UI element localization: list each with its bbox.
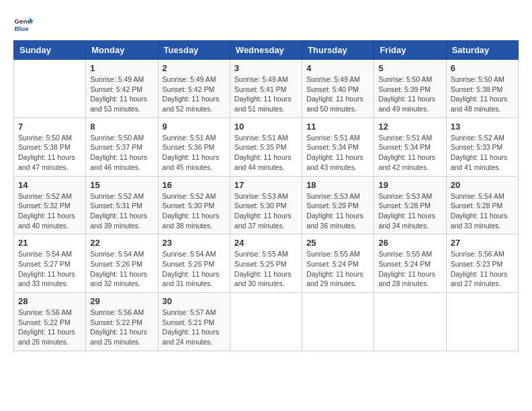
calendar-cell: 4Sunrise: 5:49 AM Sunset: 5:40 PM Daylig…	[302, 60, 374, 118]
day-number: 23	[163, 238, 226, 248]
calendar-cell: 12Sunrise: 5:51 AM Sunset: 5:34 PM Dayli…	[374, 118, 446, 176]
day-info: Sunrise: 5:51 AM Sunset: 5:34 PM Dayligh…	[378, 133, 441, 173]
calendar-cell: 21Sunrise: 5:54 AM Sunset: 5:27 PM Dayli…	[14, 234, 86, 293]
calendar-cell	[374, 293, 446, 351]
day-info: Sunrise: 5:54 AM Sunset: 5:26 PM Dayligh…	[163, 249, 226, 289]
calendar-cell: 7Sunrise: 5:50 AM Sunset: 5:38 PM Daylig…	[14, 118, 86, 176]
page-header: General Blue	[13, 13, 519, 34]
day-number: 15	[90, 180, 153, 190]
day-info: Sunrise: 5:51 AM Sunset: 5:34 PM Dayligh…	[306, 133, 369, 173]
weekday-header-row: SundayMondayTuesdayWednesdayThursdayFrid…	[14, 41, 519, 60]
calendar-cell: 26Sunrise: 5:55 AM Sunset: 5:24 PM Dayli…	[374, 234, 446, 293]
day-info: Sunrise: 5:52 AM Sunset: 5:31 PM Dayligh…	[90, 191, 153, 231]
day-number: 4	[306, 63, 369, 73]
weekday-header-sunday: Sunday	[14, 41, 86, 60]
day-info: Sunrise: 5:50 AM Sunset: 5:38 PM Dayligh…	[18, 133, 81, 173]
day-info: Sunrise: 5:54 AM Sunset: 5:27 PM Dayligh…	[18, 249, 81, 289]
day-info: Sunrise: 5:57 AM Sunset: 5:21 PM Dayligh…	[163, 308, 226, 347]
day-number: 3	[234, 63, 298, 73]
calendar-cell: 13Sunrise: 5:52 AM Sunset: 5:33 PM Dayli…	[446, 118, 518, 176]
calendar-cell: 14Sunrise: 5:52 AM Sunset: 5:32 PM Dayli…	[14, 176, 86, 234]
calendar-header: SundayMondayTuesdayWednesdayThursdayFrid…	[14, 41, 519, 60]
day-info: Sunrise: 5:55 AM Sunset: 5:25 PM Dayligh…	[234, 249, 298, 289]
calendar-cell: 28Sunrise: 5:56 AM Sunset: 5:22 PM Dayli…	[14, 293, 86, 351]
svg-text:Blue: Blue	[15, 25, 30, 32]
calendar-cell: 15Sunrise: 5:52 AM Sunset: 5:31 PM Dayli…	[86, 176, 158, 234]
calendar-cell: 9Sunrise: 5:51 AM Sunset: 5:36 PM Daylig…	[158, 118, 230, 176]
day-number: 11	[306, 122, 369, 132]
day-info: Sunrise: 5:56 AM Sunset: 5:22 PM Dayligh…	[18, 308, 81, 347]
day-info: Sunrise: 5:54 AM Sunset: 5:28 PM Dayligh…	[451, 191, 514, 231]
logo-icon: General Blue	[13, 13, 34, 34]
calendar-cell: 23Sunrise: 5:54 AM Sunset: 5:26 PM Dayli…	[158, 234, 230, 293]
day-number: 16	[163, 180, 226, 190]
day-info: Sunrise: 5:49 AM Sunset: 5:41 PM Dayligh…	[234, 75, 298, 114]
day-info: Sunrise: 5:54 AM Sunset: 5:26 PM Dayligh…	[90, 249, 153, 289]
calendar-cell: 25Sunrise: 5:55 AM Sunset: 5:24 PM Dayli…	[302, 234, 374, 293]
day-info: Sunrise: 5:56 AM Sunset: 5:22 PM Dayligh…	[90, 308, 153, 347]
calendar-week-row: 21Sunrise: 5:54 AM Sunset: 5:27 PM Dayli…	[14, 234, 519, 293]
calendar-cell: 24Sunrise: 5:55 AM Sunset: 5:25 PM Dayli…	[230, 234, 302, 293]
calendar-cell: 20Sunrise: 5:54 AM Sunset: 5:28 PM Dayli…	[446, 176, 518, 234]
calendar-week-row: 7Sunrise: 5:50 AM Sunset: 5:38 PM Daylig…	[14, 118, 519, 176]
day-number: 18	[306, 180, 369, 190]
calendar-cell: 27Sunrise: 5:56 AM Sunset: 5:23 PM Dayli…	[446, 234, 518, 293]
day-info: Sunrise: 5:50 AM Sunset: 5:37 PM Dayligh…	[90, 133, 153, 173]
day-info: Sunrise: 5:56 AM Sunset: 5:23 PM Dayligh…	[451, 249, 514, 289]
calendar-week-row: 14Sunrise: 5:52 AM Sunset: 5:32 PM Dayli…	[14, 176, 519, 234]
day-info: Sunrise: 5:53 AM Sunset: 5:29 PM Dayligh…	[306, 191, 369, 231]
day-number: 21	[18, 238, 81, 248]
day-number: 28	[18, 296, 81, 306]
calendar-cell: 6Sunrise: 5:50 AM Sunset: 5:38 PM Daylig…	[446, 60, 518, 118]
calendar-cell: 22Sunrise: 5:54 AM Sunset: 5:26 PM Dayli…	[86, 234, 158, 293]
day-number: 27	[451, 238, 514, 248]
calendar-cell: 19Sunrise: 5:53 AM Sunset: 5:28 PM Dayli…	[374, 176, 446, 234]
day-number: 1	[90, 63, 153, 73]
calendar-week-row: 28Sunrise: 5:56 AM Sunset: 5:22 PM Dayli…	[14, 293, 519, 351]
calendar-cell: 5Sunrise: 5:50 AM Sunset: 5:39 PM Daylig…	[374, 60, 446, 118]
day-info: Sunrise: 5:52 AM Sunset: 5:33 PM Dayligh…	[451, 133, 514, 173]
day-number: 5	[378, 63, 441, 73]
day-info: Sunrise: 5:53 AM Sunset: 5:28 PM Dayligh…	[378, 191, 441, 231]
calendar-cell: 10Sunrise: 5:51 AM Sunset: 5:35 PM Dayli…	[230, 118, 302, 176]
day-info: Sunrise: 5:51 AM Sunset: 5:35 PM Dayligh…	[234, 133, 298, 173]
day-number: 7	[18, 122, 81, 132]
calendar-cell	[446, 293, 518, 351]
calendar-cell	[14, 60, 86, 118]
logo: General Blue	[13, 13, 34, 34]
weekday-header-friday: Friday	[374, 41, 446, 60]
calendar-week-row: 1Sunrise: 5:49 AM Sunset: 5:42 PM Daylig…	[14, 60, 519, 118]
day-info: Sunrise: 5:49 AM Sunset: 5:40 PM Dayligh…	[306, 75, 369, 114]
day-number: 14	[18, 180, 81, 190]
calendar-cell: 17Sunrise: 5:53 AM Sunset: 5:30 PM Dayli…	[230, 176, 302, 234]
calendar-cell	[230, 293, 302, 351]
day-number: 25	[306, 238, 369, 248]
day-number: 10	[234, 122, 298, 132]
day-info: Sunrise: 5:51 AM Sunset: 5:36 PM Dayligh…	[163, 133, 226, 173]
day-number: 17	[234, 180, 298, 190]
day-number: 6	[451, 63, 514, 73]
day-info: Sunrise: 5:49 AM Sunset: 5:42 PM Dayligh…	[90, 75, 153, 114]
calendar-cell: 2Sunrise: 5:49 AM Sunset: 5:42 PM Daylig…	[158, 60, 230, 118]
calendar-cell: 1Sunrise: 5:49 AM Sunset: 5:42 PM Daylig…	[86, 60, 158, 118]
day-info: Sunrise: 5:50 AM Sunset: 5:39 PM Dayligh…	[378, 75, 441, 114]
day-number: 24	[234, 238, 298, 248]
calendar-body: 1Sunrise: 5:49 AM Sunset: 5:42 PM Daylig…	[14, 60, 519, 351]
calendar-cell: 30Sunrise: 5:57 AM Sunset: 5:21 PM Dayli…	[158, 293, 230, 351]
day-info: Sunrise: 5:55 AM Sunset: 5:24 PM Dayligh…	[378, 249, 441, 289]
day-number: 19	[378, 180, 441, 190]
calendar-cell: 18Sunrise: 5:53 AM Sunset: 5:29 PM Dayli…	[302, 176, 374, 234]
day-number: 29	[90, 296, 153, 306]
weekday-header-saturday: Saturday	[446, 41, 518, 60]
day-info: Sunrise: 5:55 AM Sunset: 5:24 PM Dayligh…	[306, 249, 369, 289]
calendar-cell: 29Sunrise: 5:56 AM Sunset: 5:22 PM Dayli…	[86, 293, 158, 351]
day-number: 9	[163, 122, 226, 132]
day-number: 20	[451, 180, 514, 190]
weekday-header-wednesday: Wednesday	[230, 41, 302, 60]
calendar-cell	[302, 293, 374, 351]
day-number: 26	[378, 238, 441, 248]
day-number: 2	[163, 63, 226, 73]
weekday-header-thursday: Thursday	[302, 41, 374, 60]
day-info: Sunrise: 5:50 AM Sunset: 5:38 PM Dayligh…	[451, 75, 514, 114]
calendar-table: SundayMondayTuesdayWednesdayThursdayFrid…	[13, 40, 519, 351]
